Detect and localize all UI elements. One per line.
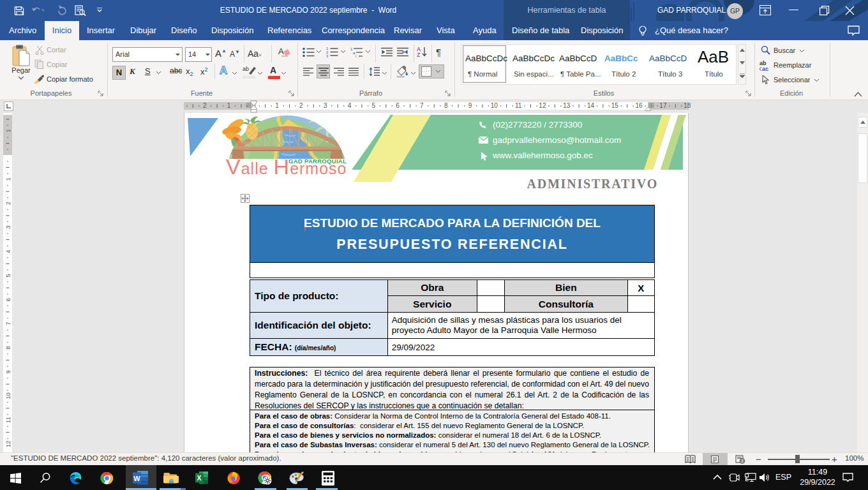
svg-text:15: 15 [611,102,619,109]
svg-text:ac: ac [762,66,768,71]
svg-text:18: 18 [684,102,691,109]
svg-text:11: 11 [515,102,522,109]
svg-text:gadprvallehermoso@hotmail.com: gadprvallehermoso@hotmail.com [493,135,621,145]
svg-text:3: 3 [324,102,327,109]
svg-text:17: 17 [659,102,667,109]
svg-text:4: 4 [4,249,11,253]
svg-text:5: 5 [4,274,11,277]
svg-text:11: 11 [4,417,11,423]
svg-text:2: 2 [203,102,207,109]
svg-text:8: 8 [444,102,448,109]
svg-text:6: 6 [4,298,11,301]
svg-text:1: 1 [4,130,11,133]
svg-text:12: 12 [4,441,11,448]
svg-text:3: 3 [4,226,11,229]
svg-text:12: 12 [539,102,546,109]
svg-text:10: 10 [4,392,11,399]
svg-text:2: 2 [4,202,11,205]
svg-text:Z: Z [417,52,420,58]
svg-text:9: 9 [468,102,472,109]
svg-text:13: 13 [563,102,571,109]
svg-text:14: 14 [587,102,595,109]
svg-text:1: 1 [4,177,11,181]
svg-text:9: 9 [4,370,11,373]
svg-text:10: 10 [491,102,498,109]
svg-text:W: W [133,475,140,482]
svg-text:i: i [355,54,356,57]
svg-text:5: 5 [372,102,376,109]
svg-text:www.vallehermoso.gob.ec: www.vallehermoso.gob.ec [492,151,593,160]
svg-text:7: 7 [420,102,424,109]
svg-text:8: 8 [4,346,11,349]
svg-text:7: 7 [4,322,11,325]
svg-text:2: 2 [299,102,303,109]
svg-text:A: A [278,47,284,56]
svg-text:6: 6 [396,102,400,109]
svg-text:ab: ab [243,66,249,72]
svg-text:16: 16 [636,102,643,109]
svg-text:X: X [197,474,201,482]
svg-text:1: 1 [275,102,279,109]
svg-text:3: 3 [326,54,329,57]
svg-text:1: 1 [227,102,231,109]
svg-text:4: 4 [348,102,352,109]
svg-text:(02)2773220 / 2773300: (02)2773220 / 2773300 [493,120,582,130]
